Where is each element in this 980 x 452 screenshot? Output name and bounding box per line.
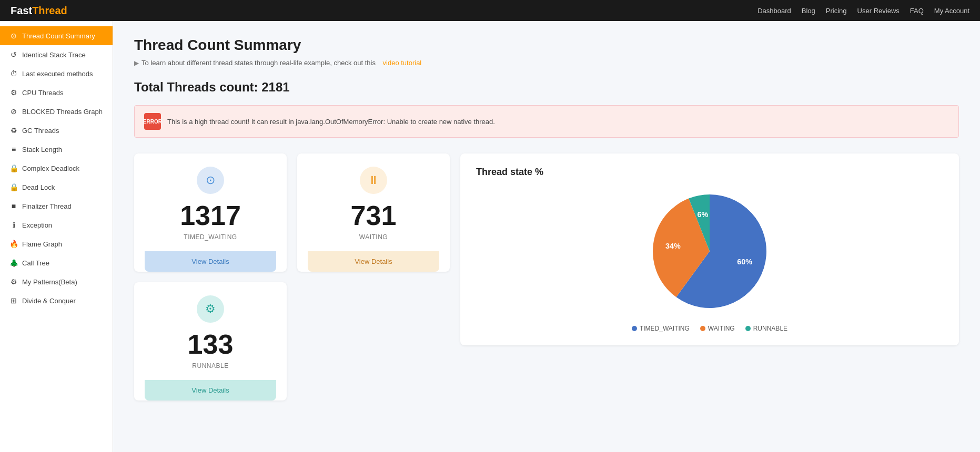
nav-my-account[interactable]: My Account xyxy=(934,7,969,15)
alert-box: ERROR This is a high thread count! It ca… xyxy=(134,105,959,138)
sidebar-label-dead-lock: Dead Lock xyxy=(22,183,55,191)
nav-pricing[interactable]: Pricing xyxy=(826,7,847,15)
pie-label-1: 34% xyxy=(665,242,681,250)
alert-icon-label: ERROR xyxy=(143,119,162,125)
sidebar-label-last-executed-methods: Last executed methods xyxy=(22,70,93,78)
sidebar-item-dead-lock[interactable]: 🔒 Dead Lock xyxy=(0,178,113,197)
legend-dot-2 xyxy=(745,326,751,331)
legend-item-2: RUNNABLE xyxy=(745,325,787,332)
pie-label-2: 6% xyxy=(697,210,708,219)
sidebar-icon-blocked-threads-graph: ⊘ xyxy=(9,107,18,116)
card-btn-runnable[interactable]: View Details xyxy=(145,380,276,400)
sidebar-item-thread-count-summary[interactable]: ⊙ Thread Count Summary xyxy=(0,26,113,45)
sidebar-item-divide-conquer[interactable]: ⊞ Divide & Conquer xyxy=(0,291,113,310)
nav-dashboard[interactable]: Dashboard xyxy=(757,7,791,15)
sidebar-icon-my-patterns: ⚙ xyxy=(9,278,18,286)
nav-blog[interactable]: Blog xyxy=(802,7,815,15)
sidebar-label-my-patterns: My Patterns(Beta) xyxy=(22,278,77,286)
card-label-timed-waiting: TIMED_WAITING xyxy=(184,233,237,241)
sidebar-label-finalizer-thread: Finalizer Thread xyxy=(22,202,72,210)
logo: FastThread xyxy=(11,5,67,17)
sidebar-icon-complex-deadlock: 🔒 xyxy=(9,164,18,172)
card-number-waiting: 731 xyxy=(351,202,397,229)
sidebar-label-blocked-threads-graph: BLOCKED Threads Graph xyxy=(22,108,103,116)
header: FastThread Dashboard Blog Pricing User R… xyxy=(0,0,980,21)
sidebar-icon-flame-graph: 🔥 xyxy=(9,240,18,248)
sidebar-label-thread-count-summary: Thread Count Summary xyxy=(22,32,95,40)
main-content: Thread Count Summary ▶ To learn about di… xyxy=(113,21,980,452)
sidebar-item-last-executed-methods[interactable]: ⏱ Last executed methods xyxy=(0,64,113,83)
sidebar-icon-identical-stack-trace: ↺ xyxy=(9,50,18,59)
card-label-runnable: RUNNABLE xyxy=(192,362,228,369)
sidebar-label-flame-graph: Flame Graph xyxy=(22,240,62,248)
sidebar-label-gc-threads: GC Threads xyxy=(22,127,59,135)
card-waiting: ⏸ 731 WAITING View Details xyxy=(297,153,450,272)
sidebar-item-cpu-threads[interactable]: ⚙ CPU Threads xyxy=(0,83,113,102)
sidebar-icon-stack-length: ≡ xyxy=(9,145,18,153)
sidebar-icon-divide-conquer: ⊞ xyxy=(9,296,18,305)
sidebar-label-identical-stack-trace: Identical Stack Trace xyxy=(22,51,86,59)
chart-title: Thread state % xyxy=(476,167,543,178)
sidebar: ⊙ Thread Count Summary ↺ Identical Stack… xyxy=(0,21,113,452)
nav-faq[interactable]: FAQ xyxy=(910,7,924,15)
sidebar-icon-finalizer-thread: ■ xyxy=(9,202,18,210)
card-runnable: ⚙ 133 RUNNABLE View Details xyxy=(134,282,287,400)
sidebar-icon-exception: ℹ xyxy=(9,221,18,229)
legend-dot-1 xyxy=(700,326,705,331)
nav-user-reviews[interactable]: User Reviews xyxy=(857,7,900,15)
logo-fast: Fast xyxy=(11,5,32,16)
legend-item-0: TIMED_WAITING xyxy=(632,325,690,332)
nav: Dashboard Blog Pricing User Reviews FAQ … xyxy=(757,7,969,15)
cards-grid: ⊙ 1317 TIMED_WAITING View Details ⏸ 731 … xyxy=(134,153,450,272)
legend: TIMED_WAITING WAITING RUNNABLE xyxy=(632,325,787,332)
card-btn-timed-waiting[interactable]: View Details xyxy=(145,251,276,272)
subtitle-icon: ▶ xyxy=(134,59,139,67)
sidebar-item-exception[interactable]: ℹ Exception xyxy=(0,215,113,234)
chart-card: Thread state % 60%34%6% TIMED_WAITING WA… xyxy=(460,153,959,345)
legend-dot-0 xyxy=(632,326,637,331)
legend-label-2: RUNNABLE xyxy=(753,325,787,332)
card-icon-runnable: ⚙ xyxy=(197,295,224,323)
sidebar-item-finalizer-thread[interactable]: ■ Finalizer Thread xyxy=(0,197,113,215)
subtitle-text: To learn about different thread states t… xyxy=(142,59,376,67)
cards-section: ⊙ 1317 TIMED_WAITING View Details ⏸ 731 … xyxy=(134,153,959,400)
sidebar-label-stack-length: Stack Length xyxy=(22,146,62,153)
sidebar-label-cpu-threads: CPU Threads xyxy=(22,89,64,97)
sidebar-item-stack-length[interactable]: ≡ Stack Length xyxy=(0,140,113,159)
sidebar-icon-dead-lock: 🔒 xyxy=(9,183,18,191)
sidebar-item-identical-stack-trace[interactable]: ↺ Identical Stack Trace xyxy=(0,45,113,64)
card-number-timed-waiting: 1317 xyxy=(180,202,241,229)
card-icon-waiting: ⏸ xyxy=(360,167,387,194)
pie-label-0: 60% xyxy=(737,258,752,266)
sidebar-label-exception: Exception xyxy=(22,221,52,229)
page-title: Thread Count Summary xyxy=(134,37,959,54)
sidebar-icon-cpu-threads: ⚙ xyxy=(9,88,18,97)
sidebar-item-gc-threads[interactable]: ♻ GC Threads xyxy=(0,121,113,140)
card-timed-waiting: ⊙ 1317 TIMED_WAITING View Details xyxy=(134,153,287,272)
legend-label-1: WAITING xyxy=(708,325,735,332)
alert-text: This is a high thread count! It can resu… xyxy=(167,118,495,126)
card-icon-timed-waiting: ⊙ xyxy=(197,167,224,194)
cards-left: ⊙ 1317 TIMED_WAITING View Details ⏸ 731 … xyxy=(134,153,450,400)
sidebar-item-my-patterns[interactable]: ⚙ My Patterns(Beta) xyxy=(0,272,113,291)
video-tutorial-link[interactable]: video tutorial xyxy=(383,59,422,67)
sidebar-item-complex-deadlock[interactable]: 🔒 Complex Deadlock xyxy=(0,159,113,178)
sidebar-icon-thread-count-summary: ⊙ xyxy=(9,32,18,40)
sidebar-label-complex-deadlock: Complex Deadlock xyxy=(22,165,79,172)
sidebar-label-divide-conquer: Divide & Conquer xyxy=(22,297,76,305)
alert-icon: ERROR xyxy=(144,113,161,130)
card-number-runnable: 133 xyxy=(188,331,234,358)
logo-thread: Thread xyxy=(32,5,67,16)
sidebar-icon-call-tree: 🌲 xyxy=(9,259,18,267)
pie-svg: 60%34%6% xyxy=(646,188,773,314)
bottom-card-row: ⚙ 133 RUNNABLE View Details xyxy=(134,282,450,400)
sidebar-item-blocked-threads-graph[interactable]: ⊘ BLOCKED Threads Graph xyxy=(0,102,113,121)
card-btn-waiting[interactable]: View Details xyxy=(308,251,439,272)
sidebar-label-call-tree: Call Tree xyxy=(22,259,49,267)
total-count: Total Threads count: 2181 xyxy=(134,80,959,95)
legend-label-0: TIMED_WAITING xyxy=(640,325,690,332)
sidebar-item-flame-graph[interactable]: 🔥 Flame Graph xyxy=(0,234,113,253)
subtitle: ▶ To learn about different thread states… xyxy=(134,59,959,67)
card-label-waiting: WAITING xyxy=(359,233,388,241)
sidebar-item-call-tree[interactable]: 🌲 Call Tree xyxy=(0,253,113,272)
